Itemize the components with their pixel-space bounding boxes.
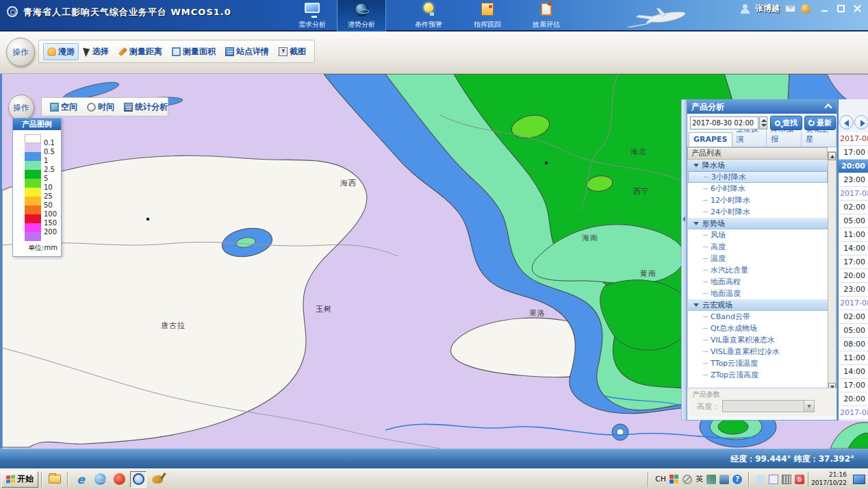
time-row[interactable]: 14:00 <box>839 242 868 255</box>
operate-menu-button[interactable]: 操作 <box>6 38 35 66</box>
time-row-selected[interactable]: 20:00 <box>839 160 868 173</box>
tree-item-height[interactable]: 高度 <box>688 241 828 253</box>
tree-item-ztop[interactable]: ZTop云顶高度 <box>688 369 828 381</box>
tree-item-ttop[interactable]: TTop云顶温度 <box>688 358 828 369</box>
clock-date: 2017/10/22 <box>811 479 847 488</box>
tree-item-6h-precip[interactable]: 6小时降水 <box>688 183 828 195</box>
screenshot-button[interactable]: 截图 <box>275 43 310 60</box>
time-row[interactable]: 11:00 <box>839 228 868 242</box>
time-analysis-button[interactable]: 时间 <box>83 99 118 116</box>
time-row[interactable]: 14:00 <box>839 365 868 379</box>
time-row[interactable]: 20:00 <box>839 269 868 283</box>
messenger-tray-icon[interactable] <box>719 475 729 484</box>
quicklaunch-globe-icon[interactable] <box>92 471 108 488</box>
language-indicator[interactable]: CH <box>655 475 666 484</box>
ime-grid-icon[interactable] <box>669 475 679 484</box>
media-tray-icon[interactable] <box>782 475 791 484</box>
time-row[interactable]: 23:00 <box>839 173 868 187</box>
time-row[interactable]: 05:00 <box>839 324 868 338</box>
taskbar-clock[interactable]: 21:16 2017/10/22 <box>808 471 850 487</box>
flag-tray-icon[interactable] <box>769 475 778 484</box>
application-window: 青海省人工影响天气综合业务平台 WMCOS1.0 需求分析 潜势分析 条件预警 … <box>0 0 868 489</box>
tree-item-surface-temperature[interactable]: 地面温度 <box>688 288 828 299</box>
tab-grapes[interactable]: GRAPES <box>689 132 732 147</box>
time-row[interactable]: 17:00 <box>839 146 868 160</box>
time-row[interactable]: 11:00 <box>839 351 868 365</box>
legend-swatch <box>25 205 41 214</box>
user-tray-icon[interactable] <box>756 475 765 484</box>
tree-item-wind-field[interactable]: 风场 <box>688 229 828 241</box>
tree-item-vapor-ratio[interactable]: 水汽比含量 <box>688 264 828 276</box>
quicklaunch-folder-icon[interactable] <box>47 471 63 488</box>
time-row[interactable]: 02:00 <box>839 310 868 324</box>
legend-swatch <box>25 223 41 232</box>
operate-menu-button-2[interactable]: 操作 <box>8 95 34 121</box>
statistics-button[interactable]: 统计分析 <box>120 99 172 116</box>
start-button[interactable]: 开始 <box>1 471 38 488</box>
source-tabs: GRAPES 卫星反演 降水预报 葵花卫星 <box>687 132 837 147</box>
collapse-chevron-icon[interactable] <box>824 103 832 111</box>
group-synoptic-field[interactable]: 形势场 <box>688 218 828 229</box>
tree-item-surface-elevation[interactable]: 地面高程 <box>688 276 828 288</box>
network-globe-icon[interactable] <box>801 4 810 14</box>
mail-icon[interactable] <box>785 5 795 12</box>
close-button[interactable] <box>853 4 863 14</box>
group-cloud-macro-field[interactable]: 云宏观场 <box>688 299 828 311</box>
tree-item-qt-hydrometeor[interactable]: Qt总水成物场 <box>688 323 828 334</box>
tree-item-vil[interactable]: VIL垂直累积液态水 <box>688 334 828 346</box>
tree-item-temperature[interactable]: 温度 <box>688 253 828 264</box>
time-row[interactable]: 23:00 <box>839 283 868 297</box>
quicklaunch-paint-icon[interactable] <box>149 471 166 488</box>
time-row[interactable]: 17:00 <box>839 379 868 392</box>
user-avatar-icon <box>741 4 750 14</box>
nav-item-potential-analysis[interactable]: 潜势分析 <box>337 0 386 32</box>
title-bar: 青海省人工影响天气综合业务平台 WMCOS1.0 需求分析 潜势分析 条件预警 … <box>0 0 868 32</box>
site-detail-button[interactable]: 站点详情 <box>221 43 273 60</box>
maximize-button[interactable] <box>837 4 846 14</box>
tree-item-cband-cloud[interactable]: CBand云带 <box>688 311 828 323</box>
next-time-button[interactable] <box>854 115 868 129</box>
quicklaunch-ie-icon[interactable]: e <box>73 471 89 488</box>
area-square-icon <box>172 47 181 56</box>
quicklaunch-wmcos-icon[interactable] <box>130 471 146 488</box>
datetime-spinner[interactable] <box>759 116 767 129</box>
tree-item-3h-precip[interactable]: 3小时降水 <box>688 171 828 183</box>
latest-button[interactable]: 最新 <box>804 116 836 130</box>
region-label: 海北 <box>630 147 647 157</box>
clipboard-icon <box>541 3 552 16</box>
tree-item-visl[interactable]: VISL垂直累积过冷水 <box>688 346 828 358</box>
scroll-up-button[interactable] <box>828 152 836 160</box>
time-row[interactable]: 08:00 <box>839 338 868 351</box>
ime-pen-icon[interactable] <box>706 475 716 484</box>
ime-language-char[interactable]: 英 <box>695 474 703 484</box>
blocked-icon[interactable] <box>682 475 692 484</box>
panel-splitter[interactable] <box>681 99 687 421</box>
time-row[interactable]: 17:00 <box>839 255 868 269</box>
nav-item-effect-evaluation[interactable]: 效果评估 <box>522 0 571 32</box>
tree-item-24h-precip[interactable]: 24小时降水 <box>688 206 828 218</box>
tree-scrollbar[interactable] <box>828 151 837 392</box>
time-row[interactable]: 02:00 <box>839 201 868 214</box>
show-desktop-icon[interactable] <box>853 475 865 484</box>
minimize-button[interactable] <box>820 4 830 14</box>
alert-tray-icon[interactable]: b <box>795 475 804 484</box>
measure-distance-button[interactable]: 测量距离 <box>114 43 166 60</box>
pan-tool-button[interactable]: 漫游 <box>43 43 79 60</box>
region-label: 海南 <box>582 233 598 243</box>
space-analysis-button[interactable]: 空间 <box>46 99 81 116</box>
group-precipitation-field[interactable]: 降水场 <box>688 160 828 171</box>
nav-item-command-tracking[interactable]: 指挥跟踪 <box>463 0 512 32</box>
help-tray-icon[interactable]: ? <box>732 475 742 484</box>
datetime-input[interactable] <box>690 116 758 129</box>
time-row[interactable]: 20:00 <box>839 392 868 406</box>
select-tool-button[interactable]: 选择 <box>80 43 113 60</box>
nav-item-demand-analysis[interactable]: 需求分析 <box>288 0 337 32</box>
previous-time-button[interactable] <box>839 115 854 129</box>
measure-area-button[interactable]: 测量面积 <box>168 43 220 60</box>
quicklaunch-foxmail-icon[interactable] <box>111 471 127 488</box>
tree-item-12h-precip[interactable]: 12小时降水 <box>688 195 828 206</box>
search-button[interactable]: 查找 <box>770 116 802 130</box>
clock-time: 21:16 <box>811 471 847 479</box>
time-row[interactable]: 05:00 <box>839 214 868 228</box>
nav-item-condition-warning[interactable]: 条件预警 <box>404 0 453 32</box>
